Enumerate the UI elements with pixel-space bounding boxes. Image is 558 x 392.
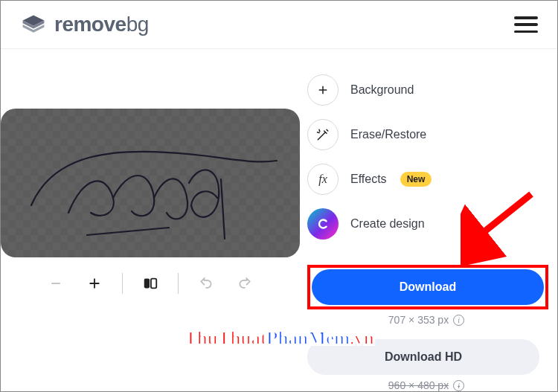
main-content: Background Erase/Restore fx Effects New (1, 49, 557, 392)
edit-options: Background Erase/Restore fx Effects New (307, 71, 548, 242)
option-create-design[interactable]: Create design (307, 205, 548, 242)
plus-icon (307, 74, 339, 106)
option-effects[interactable]: fx Effects New (307, 161, 548, 198)
undo-button[interactable] (195, 272, 217, 295)
info-icon[interactable]: i (453, 380, 464, 391)
svg-rect-1 (151, 279, 156, 289)
image-preview[interactable] (1, 109, 300, 257)
zoom-in-button[interactable] (83, 272, 106, 295)
preview-panel (1, 71, 300, 392)
download-hd-button[interactable]: Download HD (307, 339, 539, 375)
info-icon[interactable]: i (453, 315, 464, 326)
download-hd-label: Download HD (385, 350, 462, 363)
option-label: Create design (350, 217, 425, 231)
option-label: Erase/Restore (350, 128, 426, 141)
wand-icon (307, 119, 339, 150)
svg-rect-0 (144, 279, 150, 289)
redo-button[interactable] (234, 272, 256, 295)
download-button-label: Download (400, 280, 456, 294)
download-highlight-box: Download (307, 265, 548, 309)
logo-icon (20, 11, 47, 38)
brand-name: removebg (54, 13, 149, 36)
signature-image (1, 109, 300, 257)
separator (178, 273, 179, 294)
option-erase-restore[interactable]: Erase/Restore (307, 116, 548, 153)
download-resolution: 707 × 353 px i (307, 314, 545, 326)
option-background[interactable]: Background (307, 71, 548, 109)
separator (122, 273, 123, 294)
download-hd-resolution: 960 × 480 px i (307, 379, 545, 391)
download-button[interactable]: Download (312, 269, 544, 305)
option-label: Effects (350, 173, 387, 186)
new-badge: New (400, 172, 432, 187)
canva-icon (307, 208, 339, 240)
brand-logo[interactable]: removebg (20, 11, 149, 38)
zoom-toolbar (45, 272, 256, 295)
compare-icon[interactable] (139, 272, 161, 295)
fx-icon: fx (307, 164, 339, 195)
option-label: Background (350, 83, 414, 97)
actions-panel: Background Erase/Restore fx Effects New (300, 71, 558, 392)
app-header: removebg (1, 1, 557, 49)
menu-icon[interactable] (514, 16, 538, 33)
zoom-out-button[interactable] (45, 272, 67, 295)
